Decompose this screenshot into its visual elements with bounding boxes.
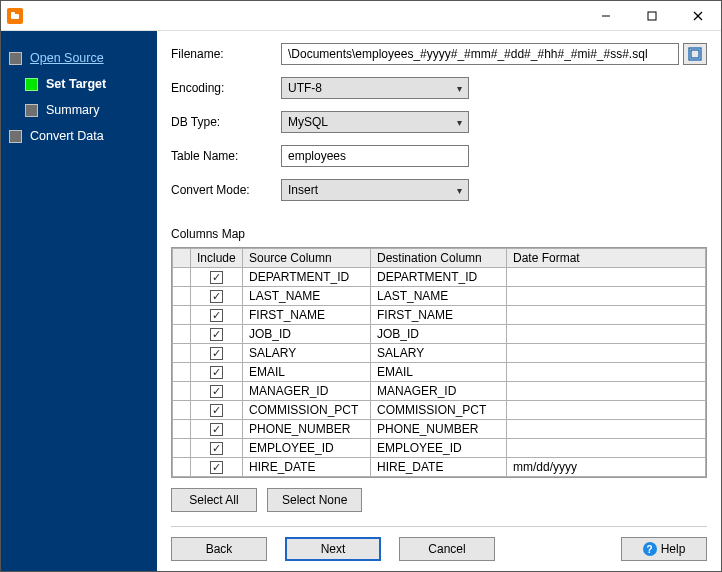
sidebar-item-convert-data: Convert Data (1, 123, 157, 149)
cancel-button[interactable]: Cancel (399, 537, 495, 561)
row-handle[interactable] (173, 287, 191, 306)
date-format-cell[interactable] (507, 439, 706, 458)
svg-rect-3 (648, 12, 656, 20)
column-header[interactable]: Destination Column (371, 249, 507, 268)
column-header[interactable] (173, 249, 191, 268)
select-none-button[interactable]: Select None (267, 488, 362, 512)
include-checkbox[interactable] (210, 309, 223, 322)
date-format-cell[interactable] (507, 382, 706, 401)
destination-column-cell[interactable]: EMPLOYEE_ID (371, 439, 507, 458)
date-format-cell[interactable] (507, 325, 706, 344)
encoding-select[interactable]: UTF-8 ▾ (281, 77, 469, 99)
main-panel: Filename: Encoding: UTF-8 ▾ DB Type: MyS… (157, 31, 721, 572)
table-row: LAST_NAMELAST_NAME (173, 287, 706, 306)
include-checkbox[interactable] (210, 423, 223, 436)
sidebar-item-open-source[interactable]: Open Source (1, 45, 157, 71)
source-column-cell[interactable]: PHONE_NUMBER (243, 420, 371, 439)
columns-map-table: IncludeSource ColumnDestination ColumnDa… (171, 247, 707, 478)
row-handle[interactable] (173, 382, 191, 401)
table-row: FIRST_NAMEFIRST_NAME (173, 306, 706, 325)
chevron-down-icon: ▾ (457, 185, 462, 196)
minimize-button[interactable] (583, 1, 629, 31)
date-format-cell[interactable] (507, 420, 706, 439)
source-column-cell[interactable]: COMMISSION_PCT (243, 401, 371, 420)
table-row: JOB_IDJOB_ID (173, 325, 706, 344)
source-column-cell[interactable]: DEPARTMENT_ID (243, 268, 371, 287)
destination-column-cell[interactable]: SALARY (371, 344, 507, 363)
dbtype-select[interactable]: MySQL ▾ (281, 111, 469, 133)
include-checkbox[interactable] (210, 271, 223, 284)
table-row: MANAGER_IDMANAGER_ID (173, 382, 706, 401)
destination-column-cell[interactable]: LAST_NAME (371, 287, 507, 306)
chevron-down-icon: ▾ (457, 83, 462, 94)
row-handle[interactable] (173, 458, 191, 477)
row-handle[interactable] (173, 401, 191, 420)
sidebar-item-label[interactable]: Open Source (30, 51, 104, 65)
svg-rect-7 (691, 50, 699, 58)
convertmode-value: Insert (288, 183, 318, 197)
table-row: HIRE_DATEHIRE_DATEmm/dd/yyyy (173, 458, 706, 477)
row-handle[interactable] (173, 325, 191, 344)
sidebar: Open SourceSet TargetSummaryConvert Data (1, 31, 157, 572)
help-button[interactable]: ? Help (621, 537, 707, 561)
date-format-cell[interactable] (507, 268, 706, 287)
source-column-cell[interactable]: JOB_ID (243, 325, 371, 344)
row-handle[interactable] (173, 363, 191, 382)
browse-button[interactable] (683, 43, 707, 65)
source-column-cell[interactable]: HIRE_DATE (243, 458, 371, 477)
row-handle[interactable] (173, 306, 191, 325)
include-checkbox[interactable] (210, 461, 223, 474)
destination-column-cell[interactable]: MANAGER_ID (371, 382, 507, 401)
destination-column-cell[interactable]: COMMISSION_PCT (371, 401, 507, 420)
column-header[interactable]: Include (191, 249, 243, 268)
date-format-cell[interactable]: mm/dd/yyyy (507, 458, 706, 477)
back-button[interactable]: Back (171, 537, 267, 561)
maximize-button[interactable] (629, 1, 675, 31)
convertmode-select[interactable]: Insert ▾ (281, 179, 469, 201)
destination-column-cell[interactable]: FIRST_NAME (371, 306, 507, 325)
column-header[interactable]: Source Column (243, 249, 371, 268)
row-handle[interactable] (173, 344, 191, 363)
app-icon (7, 8, 23, 24)
date-format-cell[interactable] (507, 401, 706, 420)
select-all-button[interactable]: Select All (171, 488, 257, 512)
tablename-input[interactable] (281, 145, 469, 167)
include-checkbox[interactable] (210, 347, 223, 360)
destination-column-cell[interactable]: EMAIL (371, 363, 507, 382)
destination-column-cell[interactable]: PHONE_NUMBER (371, 420, 507, 439)
date-format-cell[interactable] (507, 363, 706, 382)
source-column-cell[interactable]: MANAGER_ID (243, 382, 371, 401)
source-column-cell[interactable]: EMPLOYEE_ID (243, 439, 371, 458)
help-label: Help (661, 542, 686, 556)
date-format-cell[interactable] (507, 344, 706, 363)
include-checkbox[interactable] (210, 442, 223, 455)
filename-input[interactable] (281, 43, 679, 65)
convertmode-label: Convert Mode: (171, 183, 281, 197)
include-checkbox[interactable] (210, 290, 223, 303)
include-checkbox[interactable] (210, 366, 223, 379)
destination-column-cell[interactable]: DEPARTMENT_ID (371, 268, 507, 287)
source-column-cell[interactable]: LAST_NAME (243, 287, 371, 306)
date-format-cell[interactable] (507, 287, 706, 306)
destination-column-cell[interactable]: HIRE_DATE (371, 458, 507, 477)
include-checkbox[interactable] (210, 404, 223, 417)
titlebar (1, 1, 721, 31)
source-column-cell[interactable]: EMAIL (243, 363, 371, 382)
next-button[interactable]: Next (285, 537, 381, 561)
row-handle[interactable] (173, 420, 191, 439)
include-checkbox[interactable] (210, 328, 223, 341)
tablename-label: Table Name: (171, 149, 281, 163)
row-handle[interactable] (173, 268, 191, 287)
include-checkbox[interactable] (210, 385, 223, 398)
close-button[interactable] (675, 1, 721, 31)
row-handle[interactable] (173, 439, 191, 458)
source-column-cell[interactable]: SALARY (243, 344, 371, 363)
encoding-label: Encoding: (171, 81, 281, 95)
step-box-icon (9, 130, 22, 143)
date-format-cell[interactable] (507, 306, 706, 325)
source-column-cell[interactable]: FIRST_NAME (243, 306, 371, 325)
destination-column-cell[interactable]: JOB_ID (371, 325, 507, 344)
column-header[interactable]: Date Format (507, 249, 706, 268)
dbtype-value: MySQL (288, 115, 328, 129)
columns-map-title: Columns Map (171, 227, 707, 241)
